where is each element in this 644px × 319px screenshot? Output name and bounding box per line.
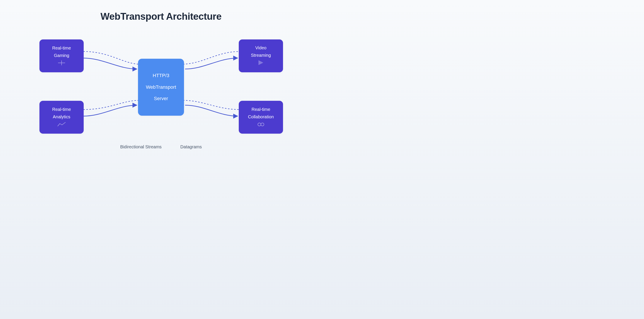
node-analytics: Real-time Analytics xyxy=(40,101,84,134)
server-line2: WebTransport xyxy=(146,82,176,93)
gaming-line2: Gaming xyxy=(54,52,69,59)
svg-marker-2 xyxy=(258,60,263,65)
connector-collab-solid xyxy=(185,105,238,116)
video-line1: Video xyxy=(256,44,266,52)
connector-video-dashed xyxy=(183,52,240,64)
collab-line2: Collaboration xyxy=(248,113,274,120)
server-line1: HTTP/3 xyxy=(153,70,169,82)
analytics-line2: Analytics xyxy=(53,113,70,120)
node-collab: Real-time Collaboration xyxy=(239,101,283,134)
collaboration-icon xyxy=(256,122,265,129)
node-server: HTTP/3 WebTransport Server xyxy=(138,59,184,116)
legend: Bidirectional Streams Datagrams xyxy=(0,144,322,150)
node-video: Video Streaming xyxy=(239,40,283,72)
analytics-line1: Real-time xyxy=(52,106,71,113)
legend-streams: Bidirectional Streams xyxy=(120,144,162,149)
video-line2: Streaming xyxy=(251,52,271,59)
svg-point-4 xyxy=(261,123,264,126)
connector-analytics-solid xyxy=(83,105,137,116)
svg-point-3 xyxy=(258,123,261,126)
server-line3: Server xyxy=(154,93,168,104)
connector-analytics-dashed xyxy=(83,100,139,110)
connector-collab-dashed xyxy=(183,100,240,110)
play-icon xyxy=(258,60,264,68)
diagram-title: WebTransport Architecture xyxy=(0,11,322,22)
gaming-line1: Real-time xyxy=(52,44,71,52)
gamepad-icon xyxy=(57,60,66,68)
connector-gaming-solid xyxy=(83,58,137,69)
node-gaming: Real-time Gaming xyxy=(40,40,84,72)
connector-gaming-dashed xyxy=(83,52,139,64)
connector-video-solid xyxy=(185,58,238,69)
collab-line1: Real-time xyxy=(252,106,270,113)
chart-line-icon xyxy=(57,122,66,129)
legend-datagrams: Datagrams xyxy=(180,144,202,149)
